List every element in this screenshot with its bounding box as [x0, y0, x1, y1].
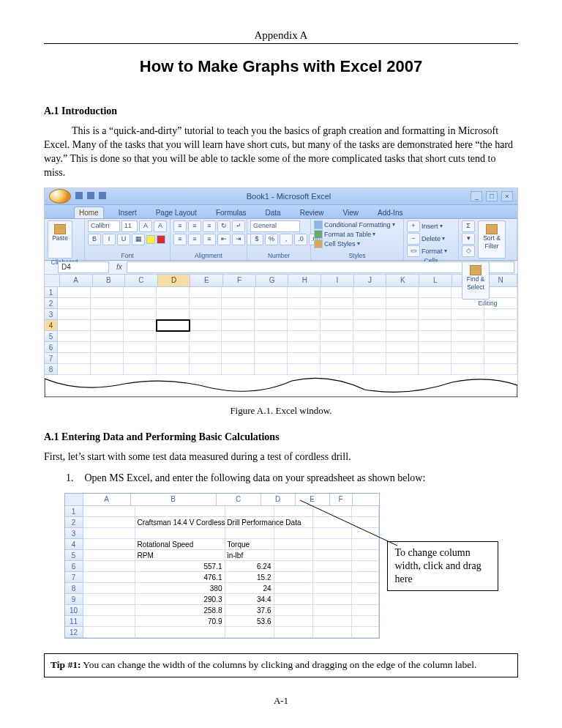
cell[interactable] [419, 364, 452, 375]
tab-insert[interactable]: Insert [114, 207, 141, 218]
cell[interactable] [274, 528, 313, 539]
cell[interactable] [313, 572, 352, 583]
cell[interactable] [83, 550, 135, 561]
cell[interactable] [91, 320, 124, 331]
cell[interactable] [91, 353, 124, 364]
cell[interactable] [353, 342, 386, 353]
row-header[interactable]: 3 [65, 528, 83, 539]
cond-format-icon[interactable] [314, 220, 323, 229]
cell[interactable] [484, 298, 517, 309]
cell[interactable] [313, 506, 352, 517]
cell[interactable] [83, 583, 135, 594]
cell[interactable] [386, 353, 419, 364]
cell[interactable] [353, 298, 386, 309]
currency-icon[interactable]: $ [250, 234, 263, 245]
cell[interactable] [274, 550, 313, 561]
column-header[interactable]: J [354, 275, 387, 286]
cell[interactable] [452, 320, 484, 331]
cell[interactable] [222, 287, 255, 298]
cell[interactable]: 6.24 [225, 561, 274, 572]
cell[interactable] [484, 309, 517, 320]
cell[interactable]: 476.1 [135, 572, 225, 583]
cell[interactable] [124, 309, 157, 320]
align-left-icon[interactable]: ≡ [173, 234, 187, 245]
cell[interactable] [91, 364, 124, 375]
format-table-label[interactable]: Format as Table [324, 231, 371, 238]
cell[interactable] [83, 605, 135, 616]
cell[interactable] [452, 364, 484, 375]
cell[interactable] [190, 364, 222, 375]
cell[interactable] [353, 353, 386, 364]
insert-cells-label[interactable]: Insert [422, 223, 438, 230]
cell[interactable] [321, 298, 353, 309]
cell[interactable] [352, 605, 379, 616]
cell[interactable] [58, 353, 91, 364]
underline-button[interactable]: U [117, 234, 130, 245]
tab-review[interactable]: Review [296, 207, 329, 218]
row-header[interactable]: 4 [45, 320, 58, 331]
row-header[interactable]: 2 [65, 517, 83, 528]
cell[interactable] [58, 309, 91, 320]
tab-view[interactable]: View [338, 207, 363, 218]
cell[interactable] [313, 616, 352, 627]
cell[interactable] [255, 353, 288, 364]
cell[interactable] [225, 627, 274, 638]
cell[interactable] [288, 353, 321, 364]
cell[interactable] [190, 342, 222, 353]
borders-icon[interactable]: ▦ [132, 234, 145, 245]
cell[interactable] [313, 605, 352, 616]
cell[interactable] [190, 298, 222, 309]
cell[interactable] [222, 309, 255, 320]
cell[interactable] [190, 353, 222, 364]
indent-dec-icon[interactable]: ⇤ [217, 234, 231, 245]
cell[interactable]: 70.9 [135, 616, 225, 627]
column-header[interactable]: B [131, 494, 217, 505]
cell[interactable] [255, 298, 288, 309]
align-right-icon[interactable]: ≡ [203, 234, 216, 245]
row-header[interactable]: 7 [45, 353, 58, 364]
cell[interactable] [386, 364, 419, 375]
cell[interactable] [386, 342, 419, 353]
cell[interactable] [124, 298, 157, 309]
cell[interactable] [313, 528, 352, 539]
cell[interactable] [124, 287, 157, 298]
cell[interactable] [255, 309, 288, 320]
cell[interactable] [288, 364, 321, 375]
cell[interactable] [135, 528, 225, 539]
cell[interactable] [222, 364, 255, 375]
cell[interactable] [135, 627, 225, 638]
cell-styles-label[interactable]: Cell Styles [324, 240, 356, 248]
cell[interactable] [222, 353, 255, 364]
cell[interactable]: Craftsman 14.4 V Cordless Drill Performa… [135, 517, 225, 528]
cell[interactable] [313, 627, 352, 638]
cell[interactable] [419, 298, 452, 309]
cell[interactable] [255, 331, 288, 342]
row-header[interactable]: 11 [65, 616, 83, 627]
row-header[interactable]: 6 [65, 561, 83, 572]
clear-icon[interactable]: ◇ [462, 245, 475, 257]
cell[interactable] [288, 298, 321, 309]
column-header[interactable]: K [386, 275, 419, 286]
column-header[interactable]: A [83, 494, 131, 505]
cell[interactable] [352, 517, 379, 528]
cell[interactable] [135, 506, 225, 517]
cell[interactable] [484, 331, 517, 342]
cell[interactable] [274, 616, 313, 627]
format-cells-label[interactable]: Format [422, 248, 443, 255]
redo-icon[interactable] [99, 192, 106, 199]
column-header[interactable]: F [330, 494, 353, 505]
align-center-icon[interactable]: ≡ [188, 234, 201, 245]
cell[interactable] [288, 331, 321, 342]
cell[interactable] [83, 594, 135, 605]
cell[interactable] [225, 517, 274, 528]
format-cells-icon[interactable]: ▭ [407, 245, 420, 257]
column-header[interactable]: F [223, 275, 256, 286]
cell[interactable] [83, 561, 135, 572]
cell[interactable] [288, 342, 321, 353]
cell[interactable] [484, 342, 517, 353]
cell[interactable]: Rotational Speed [135, 539, 225, 550]
cell[interactable] [352, 561, 379, 572]
cell[interactable] [157, 353, 190, 364]
cell[interactable] [321, 331, 353, 342]
column-header[interactable]: C [217, 494, 261, 505]
